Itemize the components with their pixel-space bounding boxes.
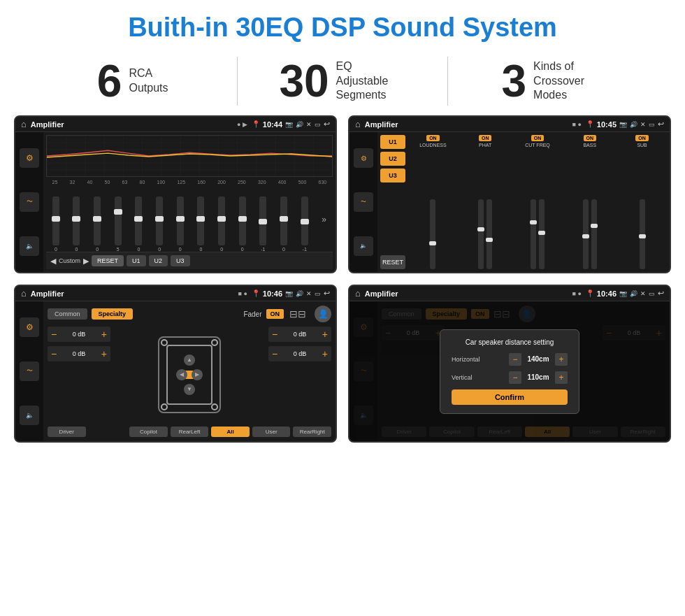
volume-icon-2: 🔊: [630, 121, 637, 128]
status-icons-1: 📍 10:44 📷 🔊 ✕ ▭ ↩: [252, 120, 330, 129]
eq-main-1: 253240506380100125160200250320400500630 …: [43, 132, 336, 272]
arrow-down[interactable]: ▼: [184, 384, 195, 395]
fader-filter-btn[interactable]: ⚙: [20, 317, 39, 337]
bass-slider-f[interactable]: [591, 199, 597, 269]
preset-u3[interactable]: U3: [380, 169, 405, 182]
db-minus-bl[interactable]: −: [51, 348, 57, 359]
app-name-3: Amplifier: [31, 289, 234, 298]
window-icon-1: ▭: [315, 121, 321, 128]
btn-driver[interactable]: Driver: [48, 427, 86, 437]
x-icon-2: ✕: [640, 121, 646, 128]
db-minus-br[interactable]: −: [272, 348, 277, 359]
back-icon-4[interactable]: ↩: [658, 289, 664, 298]
location-icon-2: 📍: [586, 120, 594, 128]
eq-slider-1: 0: [73, 196, 80, 252]
home-icon-2[interactable]: ⌂: [355, 119, 361, 129]
bass-on[interactable]: ON: [584, 135, 597, 141]
db-plus-tr[interactable]: +: [322, 329, 328, 340]
preset-col: U1 U2 U3 RESET: [380, 135, 405, 269]
tab-specialty[interactable]: Specialty: [92, 308, 134, 320]
fader-wave-btn[interactable]: 〜: [20, 361, 39, 381]
custom-label: Custom: [59, 257, 80, 264]
status-bar-2: ⌂ Amplifier ■ ● 📍 10:45 📷 🔊 ✕ ▭ ↩: [349, 117, 670, 132]
amp2-wave-btn[interactable]: 〜: [354, 192, 373, 212]
amp2-filter-btn[interactable]: ⚙: [354, 148, 373, 168]
db-val-tl: 0 dB: [59, 331, 99, 338]
u3-btn-1[interactable]: U3: [171, 255, 190, 266]
home-icon-3[interactable]: ⌂: [21, 288, 27, 299]
app-name-1: Amplifier: [31, 120, 233, 129]
fader-user-icon: 👤: [315, 306, 331, 322]
amp2-vol-btn[interactable]: 🔈: [354, 236, 373, 256]
dialog-horizontal-minus[interactable]: −: [509, 353, 521, 366]
u1-btn-1[interactable]: U1: [127, 255, 146, 266]
phat-on[interactable]: ON: [479, 135, 492, 141]
dialog-horizontal-label: Horizontal: [452, 356, 505, 363]
fader-vol-btn[interactable]: 🔈: [20, 406, 39, 425]
sub-slider[interactable]: [640, 199, 645, 269]
reset-btn-1[interactable]: RESET: [92, 255, 124, 266]
dialog-title: Car speaker distance setting: [452, 338, 568, 346]
eq-sidebar-btn-filter[interactable]: ⚙: [20, 148, 39, 168]
preset-u1[interactable]: U1: [380, 135, 405, 149]
cutfreq-on[interactable]: ON: [531, 135, 545, 141]
arrow-left[interactable]: ◀: [176, 369, 187, 380]
fader-slider-mini[interactable]: ⊟⊟: [289, 308, 306, 320]
eq-slider-9: 0: [239, 196, 246, 252]
stats-row: 6 RCA Outputs 30 EQ Adjustable Segments …: [0, 50, 685, 115]
back-icon-3[interactable]: ↩: [324, 289, 330, 298]
btn-user[interactable]: User: [252, 427, 291, 437]
btn-all[interactable]: All: [211, 427, 250, 437]
status-dot-2: ■ ●: [572, 121, 581, 128]
reset-btn-2[interactable]: RESET: [380, 255, 405, 269]
dialog-vertical-minus[interactable]: −: [509, 371, 521, 384]
volume-icon-3: 🔊: [296, 290, 303, 297]
fader-right-col: − 0 dB + − 0 dB +: [268, 327, 331, 422]
confirm-button[interactable]: Confirm: [452, 389, 568, 405]
bass-slider-g[interactable]: [583, 199, 589, 269]
stat-crossover: 3 Kinds of Crossover Modes: [448, 59, 657, 103]
car-diagram: ▲ ▼ ◀ ▶: [116, 327, 263, 422]
db-plus-bl[interactable]: +: [101, 348, 107, 359]
home-icon-1[interactable]: ⌂: [21, 119, 27, 129]
arrow-up[interactable]: ▲: [184, 354, 195, 366]
next-btn[interactable]: ▶: [83, 257, 89, 266]
eq-sidebar-1: ⚙ 〜 🔈: [15, 132, 43, 272]
cutfreq-slider-g[interactable]: [539, 199, 545, 269]
loudness-slider[interactable]: [430, 199, 435, 269]
eq-slider-12: -1: [301, 196, 308, 252]
db-row-tl: − 0 dB +: [48, 327, 110, 342]
prev-btn[interactable]: ◀: [50, 257, 56, 266]
camera-icon-3: 📷: [285, 290, 293, 297]
eq-bottom-bar-1: ◀ Custom ▶ RESET U1 U2 U3: [46, 252, 333, 269]
db-plus-tl[interactable]: +: [101, 329, 107, 340]
loudness-on[interactable]: ON: [426, 135, 440, 141]
amp2-sidebar: ⚙ 〜 🔈: [349, 132, 377, 272]
btn-rearright[interactable]: RearRight: [293, 427, 331, 437]
tab-common[interactable]: Common: [48, 308, 87, 320]
dialog-vertical-plus[interactable]: +: [555, 371, 568, 384]
dialog-horizontal-plus[interactable]: +: [555, 353, 568, 366]
preset-u2[interactable]: U2: [380, 152, 405, 166]
phat-slider-f[interactable]: [486, 199, 492, 269]
fader-on-toggle[interactable]: ON: [266, 309, 284, 319]
u2-btn-1[interactable]: U2: [149, 255, 168, 266]
stat-rca: 6 RCA Outputs: [28, 59, 237, 103]
btn-copilot[interactable]: Copilot: [129, 427, 168, 437]
btn-rearleft[interactable]: RearLeft: [171, 427, 209, 437]
eq-sidebar-btn-wave[interactable]: 〜: [20, 192, 39, 212]
dialog-horizontal-value: 140cm: [524, 355, 552, 363]
db-minus-tr[interactable]: −: [272, 329, 277, 340]
eq-sidebar-btn-vol[interactable]: 🔈: [20, 236, 39, 256]
back-icon-1[interactable]: ↩: [324, 120, 330, 129]
phat-slider-g[interactable]: [478, 199, 484, 269]
back-icon-2[interactable]: ↩: [658, 120, 664, 129]
stat-eq: 30 EQ Adjustable Segments: [238, 59, 447, 103]
db-plus-br[interactable]: +: [322, 348, 328, 359]
status-bar-4: ⌂ Amplifier ■ ● 📍 10:46 📷 🔊 ✕ ▭ ↩: [349, 286, 670, 301]
sub-on[interactable]: ON: [635, 135, 649, 141]
arrow-right[interactable]: ▶: [192, 369, 203, 380]
home-icon-4[interactable]: ⌂: [355, 288, 361, 299]
cutfreq-slider-f[interactable]: [531, 199, 536, 269]
db-minus-tl[interactable]: −: [51, 329, 57, 340]
